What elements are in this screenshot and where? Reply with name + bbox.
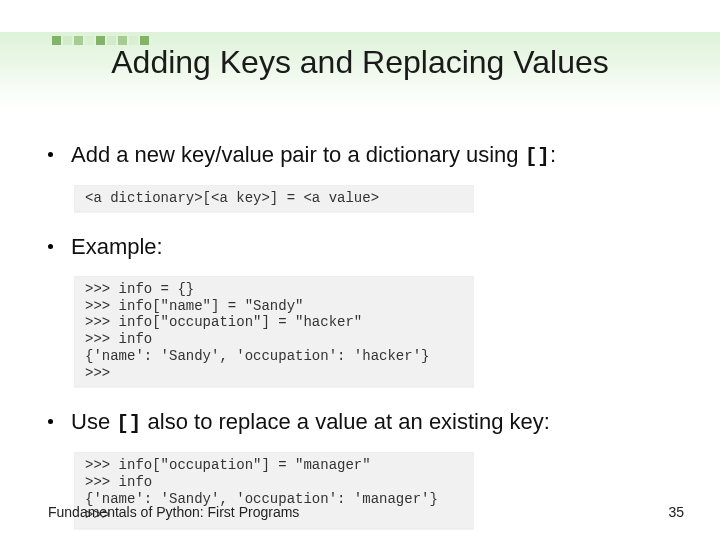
bullet-post: also to replace a value at an existing k… xyxy=(141,409,549,434)
bullet-text: Use [] also to replace a value at an exi… xyxy=(71,407,550,438)
bullet-item: Add a new key/value pair to a dictionary… xyxy=(48,140,672,171)
bullet-pre: Use xyxy=(71,409,116,434)
bullet-dot-icon xyxy=(48,152,53,157)
bullet-text: Example: xyxy=(71,232,163,262)
slide-body: Add a new key/value pair to a dictionary… xyxy=(48,140,672,540)
bullet-mono: [] xyxy=(116,412,141,435)
bullet-post: : xyxy=(550,142,556,167)
footer-left: Fundamentals of Python: First Programs xyxy=(48,504,299,520)
code-block-syntax: <a dictionary>[<a key>] = <a value> xyxy=(74,185,474,212)
bullet-pre: Example: xyxy=(71,234,163,259)
bullet-dot-icon xyxy=(48,244,53,249)
footer-page-number: 35 xyxy=(668,504,684,520)
bullet-pre: Add a new key/value pair to a dictionary… xyxy=(71,142,525,167)
slide-footer: Fundamentals of Python: First Programs 3… xyxy=(48,504,684,520)
slide-title: Adding Keys and Replacing Values xyxy=(0,44,720,81)
code-block-example-1: >>> info = {} >>> info["name"] = "Sandy"… xyxy=(74,276,474,387)
bullet-item: Example: xyxy=(48,232,672,262)
bullet-item: Use [] also to replace a value at an exi… xyxy=(48,407,672,438)
bullet-text: Add a new key/value pair to a dictionary… xyxy=(71,140,556,171)
slide: Adding Keys and Replacing Values Add a n… xyxy=(0,0,720,540)
bullet-dot-icon xyxy=(48,419,53,424)
bullet-mono: [] xyxy=(525,145,550,168)
